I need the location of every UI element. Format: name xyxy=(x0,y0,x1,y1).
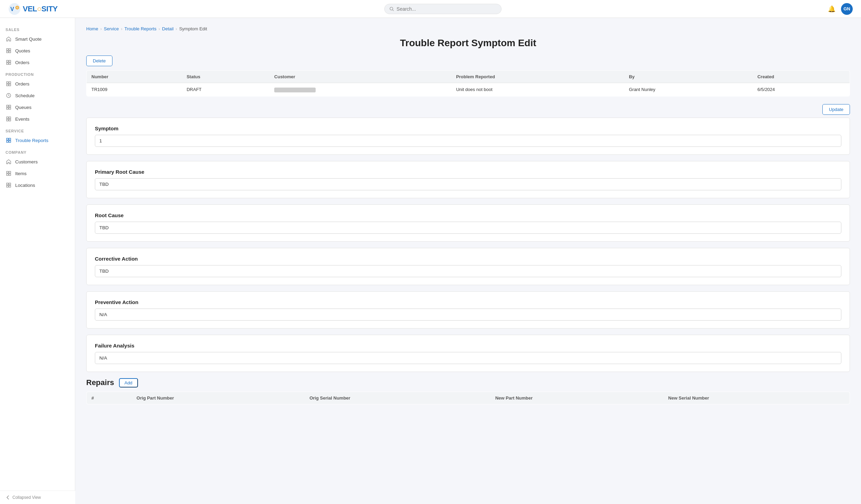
sidebar-item-orders-prod[interactable]: Orders xyxy=(0,78,75,90)
home-icon xyxy=(6,36,12,42)
root-cause-label: Root Cause xyxy=(95,212,841,218)
update-button[interactable]: Update xyxy=(822,104,850,115)
record-table: Number Status Customer Problem Reported … xyxy=(86,70,850,97)
sidebar-label: Quotes xyxy=(15,48,30,53)
delete-row: Delete xyxy=(86,56,850,66)
grid-icon xyxy=(6,182,12,188)
repairs-title: Repairs xyxy=(86,378,114,387)
clock-icon xyxy=(6,92,12,99)
repairs-col-num: # xyxy=(87,392,132,404)
svg-rect-30 xyxy=(9,141,11,142)
svg-rect-10 xyxy=(7,60,8,62)
sidebar-section-service: SERVICE xyxy=(0,125,75,134)
avatar[interactable]: GN xyxy=(841,3,853,15)
grid-icon xyxy=(6,104,12,110)
svg-rect-37 xyxy=(7,185,8,187)
breadcrumb-service[interactable]: Service xyxy=(104,26,119,31)
breadcrumb-sep: › xyxy=(158,26,160,31)
svg-rect-35 xyxy=(7,183,8,185)
svg-rect-29 xyxy=(7,141,8,142)
svg-rect-27 xyxy=(7,138,8,140)
app-wrapper: V VEL○SITY 🔔 GN SALES xyxy=(0,0,861,504)
sidebar-label: Orders xyxy=(15,81,29,87)
sidebar-item-schedule[interactable]: Schedule xyxy=(0,90,75,101)
sidebar-item-events[interactable]: Events xyxy=(0,113,75,125)
col-customer: Customer xyxy=(269,71,451,83)
cell-status: DRAFT xyxy=(182,83,269,97)
svg-rect-36 xyxy=(9,183,11,185)
col-problem: Problem Reported xyxy=(451,71,624,83)
sidebar-label: Customers xyxy=(15,159,38,164)
repairs-section: Repairs Add # Orig Part Number Orig Seri… xyxy=(86,378,850,404)
corrective-action-section: Corrective Action xyxy=(86,248,850,285)
root-cause-section: Root Cause xyxy=(86,204,850,242)
failure-analysis-label: Failure Analysis xyxy=(95,343,841,349)
sidebar-label: Queues xyxy=(15,105,31,110)
primary-root-cause-input[interactable] xyxy=(95,178,841,190)
sidebar-item-customers[interactable]: Customers xyxy=(0,156,75,168)
sidebar-section-production: PRODUCTION xyxy=(0,68,75,78)
svg-text:V: V xyxy=(10,6,14,12)
content-area: Home › Service › Trouble Reports › Detai… xyxy=(75,18,861,504)
svg-rect-24 xyxy=(9,117,11,119)
symptom-input[interactable] xyxy=(95,135,841,147)
corrective-action-input[interactable] xyxy=(95,265,841,277)
sidebar-item-quotes[interactable]: Quotes xyxy=(0,45,75,57)
sidebar-item-trouble-reports[interactable]: Trouble Reports xyxy=(0,134,75,146)
failure-analysis-input[interactable] xyxy=(95,352,841,364)
search-bar[interactable] xyxy=(384,4,502,14)
repairs-col-orig-serial: Orig Serial Number xyxy=(305,392,491,404)
home-icon xyxy=(6,159,12,165)
col-created: Created xyxy=(753,71,850,83)
sidebar-item-smart-quote[interactable]: Smart Quote xyxy=(0,33,75,45)
grid-icon xyxy=(6,137,12,143)
repairs-table: # Orig Part Number Orig Serial Number Ne… xyxy=(86,392,850,404)
breadcrumb-sep: › xyxy=(176,26,177,31)
table-header-row: Number Status Customer Problem Reported … xyxy=(87,71,850,83)
grid-icon xyxy=(6,59,12,65)
sidebar: SALES Smart Quote Quotes Orders P xyxy=(0,18,75,504)
sidebar-label: Trouble Reports xyxy=(15,138,48,143)
svg-rect-9 xyxy=(9,51,11,53)
repairs-col-new-part: New Part Number xyxy=(491,392,663,404)
breadcrumb-detail[interactable]: Detail xyxy=(162,26,174,31)
sidebar-section-company: COMPANY xyxy=(0,146,75,156)
svg-rect-32 xyxy=(9,171,11,173)
page-title: Trouble Report Symptom Edit xyxy=(86,38,850,49)
corrective-action-label: Corrective Action xyxy=(95,256,841,262)
breadcrumb-current: Symptom Edit xyxy=(179,26,207,31)
sidebar-item-locations[interactable]: Locations xyxy=(0,179,75,191)
breadcrumb-home[interactable]: Home xyxy=(86,26,98,31)
sidebar-item-orders-sales[interactable]: Orders xyxy=(0,57,75,68)
svg-rect-19 xyxy=(7,105,8,107)
search-icon xyxy=(389,7,394,11)
breadcrumb-sep: › xyxy=(121,26,122,31)
cell-problem: Unit does not boot xyxy=(451,83,624,97)
root-cause-input[interactable] xyxy=(95,222,841,234)
repairs-col-orig-part: Orig Part Number xyxy=(132,392,305,404)
svg-rect-15 xyxy=(9,82,11,83)
cell-number: TR1009 xyxy=(87,83,182,97)
sidebar-item-items[interactable]: Items xyxy=(0,168,75,179)
col-number: Number xyxy=(87,71,182,83)
sidebar-label: Items xyxy=(15,171,27,176)
sidebar-label: Smart Quote xyxy=(15,37,42,42)
breadcrumb-trouble-reports[interactable]: Trouble Reports xyxy=(125,26,157,31)
sidebar-label: Locations xyxy=(15,183,35,188)
svg-rect-38 xyxy=(9,185,11,187)
notification-bell-icon[interactable]: 🔔 xyxy=(828,5,835,13)
add-repair-button[interactable]: Add xyxy=(119,378,138,387)
sidebar-label: Orders xyxy=(15,60,29,65)
svg-line-5 xyxy=(392,10,393,11)
search-input[interactable] xyxy=(397,6,496,12)
sidebar-item-queues[interactable]: Queues xyxy=(0,101,75,113)
preventive-action-input[interactable] xyxy=(95,309,841,321)
delete-button[interactable]: Delete xyxy=(86,56,112,66)
svg-rect-28 xyxy=(9,138,11,140)
svg-rect-31 xyxy=(7,171,8,173)
collapsed-view-button[interactable]: Collapsed View xyxy=(0,491,75,504)
update-row: Update xyxy=(86,100,850,118)
table-row: TR1009 DRAFT Unit does not boot Grant Nu… xyxy=(87,83,850,97)
breadcrumb: Home › Service › Trouble Reports › Detai… xyxy=(86,26,850,31)
symptom-section: Symptom xyxy=(86,118,850,155)
